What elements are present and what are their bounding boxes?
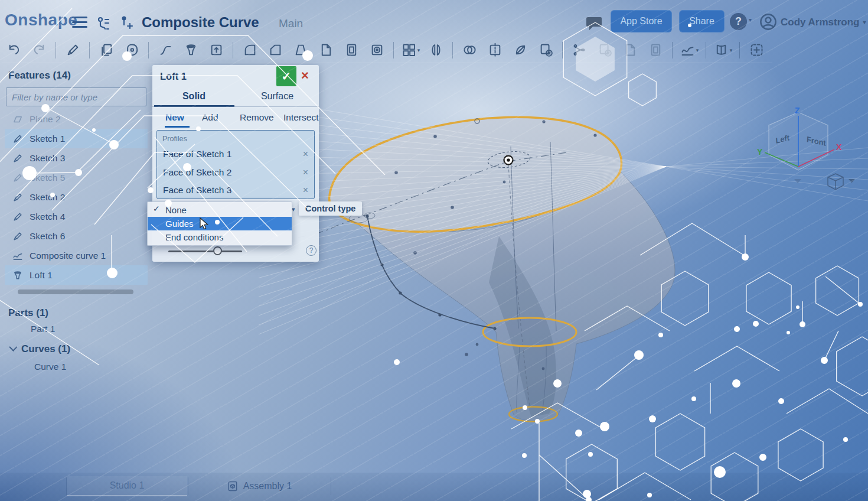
versions-icon[interactable] [94,14,112,32]
feature-item-plane-2[interactable]: Plane 2 [5,109,148,129]
plane-icon [12,113,24,125]
custom-feature-icon[interactable] [745,39,768,61]
rollback-bar[interactable] [18,289,133,294]
shell-icon[interactable] [340,39,363,61]
curves-heading-label: Curves (1) [21,343,70,355]
share-button[interactable]: Share [679,10,725,32]
dropdown-item-guides[interactable]: Guides [148,217,292,230]
replace-face-icon[interactable] [619,39,641,61]
extrude-icon[interactable] [95,39,118,61]
view-cube[interactable]: Z Y X Left Front [757,106,842,170]
feature-item-sketch-1[interactable]: Sketch 1 [5,129,148,148]
tab-part-studio[interactable]: Studio 1 [67,476,187,496]
profile-row[interactable]: Face of Sketch 1× [157,146,314,162]
dropdown-caret-icon[interactable]: ▾ [730,47,733,53]
confirm-button[interactable]: ✓ [276,66,296,86]
transparency-slider-handle[interactable] [213,246,222,255]
tab-assembly[interactable]: Assembly 1 [188,476,330,496]
avatar-icon[interactable] [759,13,777,33]
chamfer-icon[interactable] [264,39,286,61]
surface-icon[interactable]: ▾ [712,39,734,61]
split-icon[interactable] [484,39,506,61]
feature-item-loft-1[interactable]: Loft 1 [5,265,148,285]
bottom-profile-ring[interactable] [509,407,557,422]
mode-new[interactable]: New [165,112,184,123]
redo-icon[interactable] [28,39,50,61]
dropdown-item-none[interactable]: ✓None [148,203,292,217]
comment-icon[interactable] [586,17,603,32]
delete-face-icon[interactable] [593,39,616,61]
user-menu[interactable]: Cody Armstrong▾ [781,17,866,28]
fillet-icon[interactable] [239,39,261,61]
dropdown-item-label: End conditions [165,232,223,242]
sketch-icon[interactable] [61,39,84,61]
rib-icon[interactable] [315,39,337,61]
view-options[interactable] [794,174,855,190]
move-face-icon[interactable] [568,39,590,61]
feature-filter-input[interactable] [6,87,146,106]
curve-icon[interactable]: ▾ [678,39,700,61]
enclose-icon[interactable] [509,39,531,61]
toolbar-separator [706,42,706,58]
tab-solid[interactable]: Solid [152,91,236,102]
delete-part-icon[interactable] [534,39,557,61]
main-menu-icon[interactable] [72,17,87,28]
profile-row[interactable]: Face of Sketch 2× [157,164,314,181]
view-mode-caret-icon[interactable] [849,179,855,183]
parts-heading[interactable]: Parts (1) [5,306,148,320]
cancel-icon[interactable]: × [301,68,309,83]
remove-profile-icon[interactable]: × [303,149,308,160]
sketch-icon [12,172,24,184]
profile-label: Face of Sketch 2 [163,167,303,178]
mode-intersect[interactable]: Intersect [283,112,318,123]
dropdown-item-end-conditions[interactable]: End conditions [148,230,292,244]
view-mode-cube-icon[interactable] [828,174,843,190]
dropdown-caret-icon[interactable]: ▾ [417,47,420,53]
mode-remove[interactable]: Remove [240,112,274,123]
linear-pattern-icon[interactable]: ▾ [399,39,422,61]
revolve-icon[interactable] [120,39,143,61]
feature-item-sketch-2[interactable]: Sketch 2 [5,187,148,207]
feature-item-sketch-5[interactable]: Sketch 5 [5,168,148,187]
boolean-icon[interactable] [458,39,481,61]
mode-add[interactable]: Add [202,112,218,123]
mirror-icon[interactable] [425,39,447,61]
transform-icon[interactable] [644,39,667,61]
curves-heading[interactable]: Curves (1) [5,340,148,358]
feature-item-sketch-3[interactable]: Sketch 3 [5,148,148,168]
transparency-slider-track[interactable] [168,250,242,252]
curve-item[interactable]: Curve 1 [5,358,148,376]
profile-row[interactable]: Face of Sketch 3× [157,182,314,199]
mid-profile-ring[interactable] [483,318,576,346]
feature-item-sketch-6[interactable]: Sketch 6 [5,226,148,246]
draft-icon[interactable] [289,39,312,61]
features-panel: Features (14) Plane 2Sketch 1Sketch 3Ske… [5,69,148,376]
loft-dialog-title[interactable]: Loft 1 [160,71,187,82]
insert-document-icon[interactable] [118,15,133,31]
sweep-icon[interactable] [154,39,177,61]
hole-icon[interactable] [366,39,388,61]
composite-curve-icon [12,250,24,262]
onshape-app: Z Y X Left Front Onshape Composite Curve… [0,0,868,501]
undo-icon[interactable] [2,39,25,61]
feature-item-sketch-4[interactable]: Sketch 4 [5,207,148,226]
profiles-label: Profiles [162,135,187,143]
loft-icon[interactable] [180,39,202,61]
dialog-help-icon[interactable]: ? [306,245,316,256]
document-title[interactable]: Composite Curve [142,14,259,31]
part-item[interactable]: Part 1 [5,320,148,338]
dropdown-caret-icon[interactable]: ▾ [696,47,699,53]
help-caret-icon[interactable]: ▾ [749,17,752,23]
tab-surface[interactable]: Surface [236,91,319,102]
feature-item-label: Sketch 5 [30,173,65,183]
remove-profile-icon[interactable]: × [303,167,308,178]
thicken-icon[interactable] [205,39,227,61]
remove-profile-icon[interactable]: × [303,185,308,196]
feature-item-composite-curve-1[interactable]: Composite curve 1 [5,246,148,265]
app-store-button[interactable]: App Store [611,10,672,32]
check-icon: ✓ [153,204,160,213]
help-icon[interactable]: ? [730,13,747,30]
workspace-name[interactable]: Main [279,17,303,30]
onshape-logo[interactable]: Onshape [5,11,77,30]
feature-toolbar: ▾▾▾ [2,37,772,63]
